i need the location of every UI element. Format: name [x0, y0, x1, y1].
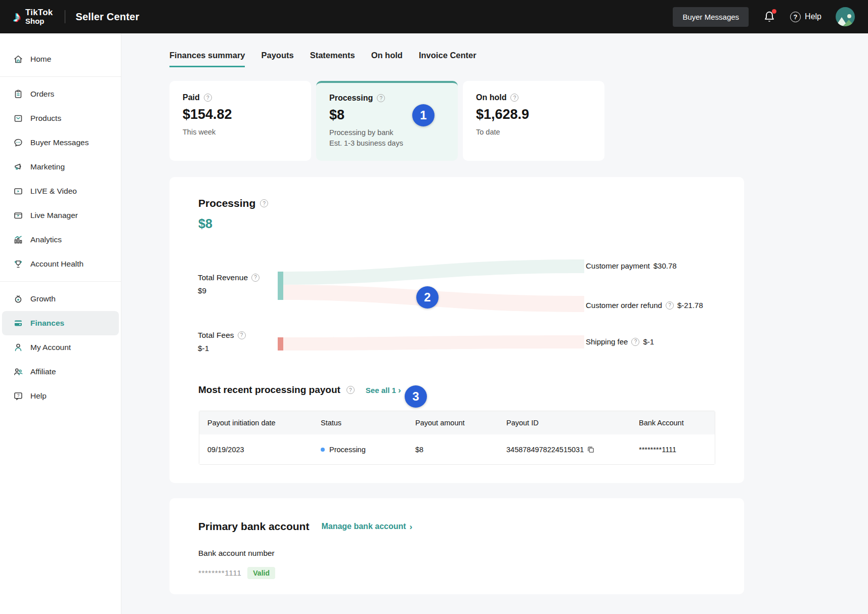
orders-icon: [13, 89, 23, 99]
col-status: Status: [313, 419, 407, 427]
buyer-messages-button[interactable]: Buyer Messages: [673, 7, 749, 27]
total-fees-label: Total Fees ? $-1: [198, 329, 246, 355]
processing-note-line2: Est. 1-3 business days: [329, 138, 445, 149]
sidebar-label: Affiliate: [30, 367, 56, 376]
paid-note: This week: [183, 127, 298, 138]
total-revenue-amount: $9: [198, 284, 259, 297]
col-bank-account: Bank Account: [631, 419, 715, 427]
tab-payouts[interactable]: Payouts: [261, 51, 293, 67]
customer-order-refund-amount: $-21.78: [677, 301, 703, 310]
paid-card[interactable]: Paid ? $154.82 This week: [169, 81, 311, 161]
finances-icon: [13, 318, 23, 328]
sidebar-label: Account Health: [30, 259, 83, 269]
analytics-icon: [13, 235, 23, 245]
help-tooltip-icon[interactable]: ?: [260, 199, 268, 207]
help-tooltip-icon[interactable]: ?: [666, 301, 674, 310]
total-fees-amount: $-1: [198, 342, 246, 355]
help-tooltip-icon[interactable]: ?: [377, 94, 385, 102]
tab-on-hold[interactable]: On hold: [371, 51, 403, 67]
sidebar-item-finances[interactable]: Finances: [2, 311, 119, 335]
on-hold-card-title: On hold: [476, 93, 506, 102]
payout-id-cell: 3458784978224515031: [498, 446, 631, 454]
tab-finances-summary[interactable]: Finances summary: [169, 51, 245, 67]
sidebar-item-growth[interactable]: Growth: [2, 287, 119, 311]
chevron-right-icon: ›: [410, 522, 413, 531]
marketing-icon: [13, 162, 23, 172]
growth-icon: [13, 294, 23, 304]
bank-panel-title: Primary bank account: [198, 520, 309, 533]
sidebar-item-orders[interactable]: Orders: [2, 82, 119, 106]
col-payout-initiation-date: Payout initiation date: [199, 419, 313, 427]
affiliate-icon: [13, 367, 23, 377]
customer-payment-amount: $30.78: [654, 261, 677, 270]
col-payout-amount: Payout amount: [407, 419, 498, 427]
help-tooltip-icon[interactable]: ?: [631, 338, 639, 346]
tab-statements[interactable]: Statements: [310, 51, 355, 67]
help-tooltip-icon[interactable]: ?: [251, 274, 259, 282]
sidebar-label: Live Manager: [30, 211, 78, 220]
sidebar-label: Analytics: [30, 235, 62, 244]
chevron-right-icon: ›: [398, 386, 401, 394]
tiktok-logo-icon: ♪: [13, 9, 21, 24]
brand-line2: Shop: [25, 17, 53, 25]
sidebar-label: Products: [30, 114, 61, 123]
sidebar-item-my-account[interactable]: My Account: [2, 335, 119, 360]
payout-status-cell: Processing: [313, 446, 407, 454]
sidebar-item-live-video[interactable]: LIVE & Video: [2, 179, 119, 203]
product-title: Seller Center: [75, 11, 139, 23]
sidebar-item-affiliate[interactable]: Affiliate: [2, 360, 119, 384]
live-manager-icon: [13, 210, 23, 221]
sidebar-label: Home: [30, 55, 51, 64]
annotation-badge-2: 2: [416, 286, 439, 309]
on-hold-card[interactable]: On hold ? $1,628.9 To date: [463, 81, 604, 161]
customer-payment-label: Customer payment $30.78: [586, 261, 677, 270]
sidebar-label: Marketing: [30, 162, 65, 171]
products-icon: [13, 113, 23, 123]
help-tooltip-icon[interactable]: ?: [346, 386, 355, 394]
shipping-fee-label: Shipping fee ? $-1: [586, 337, 654, 346]
see-all-link[interactable]: See all 1 ›: [366, 386, 401, 394]
total-revenue-node: [278, 272, 283, 300]
account-avatar[interactable]: [836, 7, 855, 26]
help-tooltip-icon[interactable]: ?: [238, 331, 246, 339]
sidebar-item-marketing[interactable]: Marketing: [2, 155, 119, 179]
bank-account-number-label: Bank account number: [198, 549, 275, 558]
processing-panel-title: Processing: [198, 197, 255, 209]
help-circle-icon: ?: [790, 12, 801, 22]
sidebar-item-products[interactable]: Products: [2, 106, 119, 130]
notifications-bell-icon[interactable]: [763, 10, 776, 23]
sidebar-item-buyer-messages[interactable]: Buyer Messages: [2, 130, 119, 155]
tiktok-shop-logo[interactable]: TikTok Shop: [25, 8, 53, 25]
help-tooltip-icon[interactable]: ?: [510, 94, 518, 102]
processing-card-title: Processing: [329, 94, 373, 103]
sidebar-item-analytics[interactable]: Analytics: [2, 228, 119, 252]
sidebar-item-home[interactable]: Home: [2, 47, 119, 71]
sidebar-label: My Account: [30, 343, 71, 352]
sidebar-item-account-health[interactable]: Account Health: [2, 252, 119, 276]
payout-date-cell: 09/19/2023: [199, 446, 313, 454]
finances-tab-bar: Finances summary Payouts Statements On h…: [169, 51, 476, 67]
sidebar-divider: [0, 76, 121, 77]
copy-icon[interactable]: [587, 446, 594, 453]
tab-invoice-center[interactable]: Invoice Center: [419, 51, 476, 67]
manage-bank-account-link[interactable]: Manage bank account ›: [321, 522, 412, 531]
header-help[interactable]: ? Help: [790, 12, 821, 22]
annotation-badge-1: 1: [412, 104, 435, 126]
processing-card[interactable]: Processing ? $8 Processing by bank Est. …: [316, 81, 458, 161]
processing-panel-amount: $8: [198, 216, 212, 231]
processing-detail-panel: Processing ? $8 Total Revenue ? $9 Total…: [169, 177, 744, 483]
sidebar-item-live-manager[interactable]: Live Manager: [2, 203, 119, 228]
home-icon: [13, 54, 23, 64]
brand-line1: TikTok: [25, 8, 53, 17]
help-tooltip-icon[interactable]: ?: [204, 94, 212, 102]
on-hold-note: To date: [476, 127, 591, 138]
payout-amount-cell: $8: [407, 446, 498, 454]
on-hold-amount: $1,628.9: [476, 107, 591, 122]
payout-table: Payout initiation date Status Payout amo…: [199, 411, 715, 465]
valid-status-badge: Valid: [247, 567, 275, 579]
sidebar-item-help[interactable]: ? Help: [2, 384, 119, 408]
bank-account-number-value: ********1111: [198, 568, 241, 578]
shipping-fee-amount: $-1: [643, 337, 654, 346]
sidebar-label: Help: [30, 391, 47, 401]
sidebar-label: Finances: [30, 319, 64, 328]
